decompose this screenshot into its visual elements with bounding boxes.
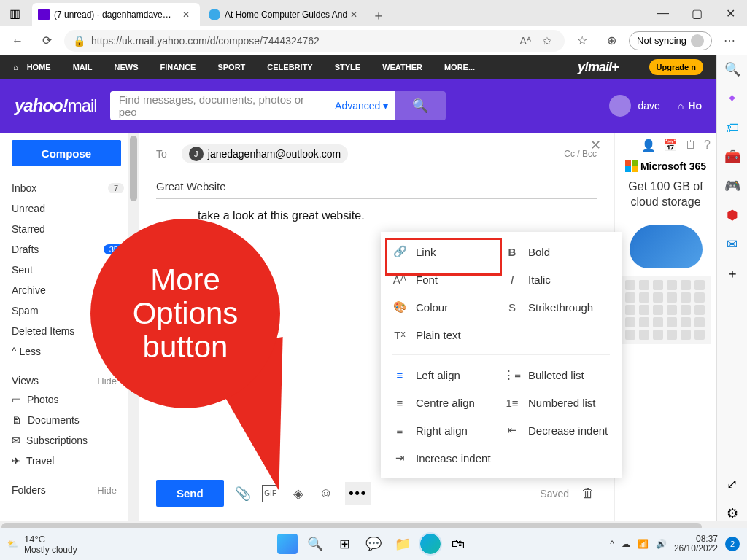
nav-celebrity[interactable]: CELEBRITY (267, 63, 312, 71)
attach-icon[interactable]: 📎 (234, 485, 252, 502)
taskbar-search-icon[interactable]: 🔍 (303, 532, 327, 556)
menu-italic[interactable]: IItalic (505, 270, 610, 289)
outlook-icon[interactable]: ✉ (724, 236, 740, 252)
discover-icon[interactable]: ✦ (724, 90, 740, 106)
contacts-icon[interactable]: 👤 (641, 139, 656, 152)
menu-right-align[interactable]: ≡Right align (392, 421, 498, 440)
close-tab-icon[interactable]: ✕ (350, 9, 362, 20)
subject-field[interactable]: Great Website (156, 174, 597, 199)
view-photos[interactable]: ▭Photos (12, 389, 139, 410)
explorer-icon[interactable]: 📁 (391, 532, 414, 556)
message-body[interactable]: We've gtake a look at this great website… (156, 209, 597, 222)
collections-icon[interactable]: ⊕ (600, 29, 623, 52)
gear-icon[interactable]: ⚙ (724, 505, 740, 521)
new-tab-button[interactable]: ＋ (368, 4, 390, 26)
favorites-icon[interactable]: ☆ (570, 29, 594, 52)
edge-icon[interactable] (420, 534, 441, 554)
favorite-icon[interactable]: ✩ (538, 35, 556, 47)
view-documents[interactable]: 🗎Documents (12, 410, 139, 430)
yahoo-mail-logo[interactable]: yahoo!mail (15, 96, 97, 116)
close-tab-icon[interactable]: ✕ (182, 9, 194, 20)
browser-tab[interactable]: At Home Computer Guides And ✕ (203, 3, 368, 26)
menu-numbered[interactable]: 1≡Numbered list (505, 393, 610, 412)
start-button[interactable] (277, 534, 298, 554)
search-input[interactable]: Find messages, documents, photos or peo (110, 91, 329, 120)
close-window-button[interactable]: ✕ (713, 0, 747, 26)
to-field[interactable]: To J janedagenham@outlook.com Cc / Bcc (156, 140, 597, 168)
menu-decrease-indent[interactable]: ⇤Decrease indent (505, 421, 610, 440)
notes-icon[interactable]: 🗒 (685, 139, 697, 152)
sync-status[interactable]: Not syncing (629, 31, 712, 50)
hide-link[interactable]: Hide (97, 485, 117, 496)
search-sidebar-icon[interactable]: 🔍 (724, 61, 740, 77)
menu-centre-align[interactable]: ≡Centre align (392, 393, 498, 412)
delete-icon[interactable]: 🗑 (579, 485, 597, 502)
address-bar[interactable]: 🔒 https://uk.mail.yahoo.com/d/compose/74… (64, 30, 565, 52)
help-icon[interactable]: ? (704, 139, 711, 152)
close-compose-icon[interactable]: ✕ (590, 137, 601, 153)
folder-starred[interactable]: Starred (12, 219, 139, 239)
minimize-button[interactable]: — (646, 0, 680, 26)
calendar-icon[interactable]: 📅 (663, 139, 678, 152)
refresh-button[interactable]: ⟳ (35, 29, 58, 52)
menu-strike[interactable]: SStrikethrough (505, 298, 610, 316)
store-icon[interactable]: 🛍 (446, 532, 470, 556)
nav-weather[interactable]: WEATHER (382, 63, 422, 71)
onedrive-tray-icon[interactable]: ☁ (622, 539, 630, 549)
upgrade-button[interactable]: Upgrade n (649, 59, 703, 75)
menu-colour[interactable]: 🎨Colour (392, 298, 498, 316)
tray-chevron-icon[interactable]: ^ (610, 539, 614, 549)
back-button[interactable]: ← (6, 29, 29, 52)
more-menu-icon[interactable]: ⋯ (718, 29, 741, 52)
browser-tab-active[interactable]: (7 unread) - dagenhamdave@ya ✕ (32, 3, 200, 26)
expand-icon[interactable]: ⤢ (724, 476, 740, 492)
reader-icon[interactable]: Aᴬ (516, 35, 534, 47)
stationery-icon[interactable]: ◈ (290, 485, 307, 502)
view-travel[interactable]: ✈Travel (12, 451, 139, 471)
add-icon[interactable]: ＋ (724, 265, 740, 281)
menu-link[interactable]: 🔗Link (392, 242, 498, 261)
more-options-button[interactable]: ••• (345, 482, 371, 505)
nav-style[interactable]: STYLE (335, 63, 360, 71)
menu-left-align[interactable]: ≡Left align (392, 365, 498, 384)
chat-icon[interactable]: 💬 (362, 532, 385, 556)
nav-mail[interactable]: MAIL (73, 63, 93, 71)
hide-link[interactable]: Hide (97, 376, 117, 386)
avatar[interactable] (609, 95, 631, 117)
office-icon[interactable]: ⬢ (724, 207, 740, 223)
menu-font[interactable]: AAFont (392, 270, 498, 289)
nav-sport[interactable]: SPORT (217, 63, 245, 71)
nav-news[interactable]: NEWS (115, 63, 139, 71)
scrollbar-thumb[interactable] (130, 136, 137, 201)
recipient-chip[interactable]: J janedagenham@outlook.com (182, 144, 348, 163)
notification-badge[interactable]: 2 (725, 537, 740, 551)
menu-plain[interactable]: TxPlain text (392, 325, 498, 344)
tab-overview-button[interactable]: ▥ (0, 0, 29, 26)
folder-inbox[interactable]: Inbox7 (12, 178, 139, 198)
games-icon[interactable]: 🎮 (724, 178, 740, 194)
clock[interactable]: 08:37 26/10/2022 (674, 534, 718, 553)
menu-bold[interactable]: BBold (505, 242, 610, 261)
ms365-ad[interactable]: Microsoft 365 Get 100 GB of cloud storag… (621, 160, 711, 344)
folder-unread[interactable]: Unread (12, 198, 139, 219)
taskview-icon[interactable]: ⊞ (333, 532, 356, 556)
tools-icon[interactable]: 🧰 (724, 149, 740, 165)
menu-increase-indent[interactable]: ⇥Increase indent (392, 448, 498, 467)
home-icon[interactable]: ⌂ (13, 63, 18, 71)
emoji-icon[interactable]: ☺ (317, 485, 335, 502)
volume-icon[interactable]: 🔊 (656, 539, 667, 549)
wifi-icon[interactable]: 📶 (638, 539, 649, 549)
shopping-icon[interactable]: 🏷 (724, 120, 740, 136)
advanced-search-button[interactable]: Advanced ▾ (329, 91, 395, 120)
nav-home[interactable]: HOME (27, 63, 51, 71)
menu-bulleted[interactable]: ⋮≡Bulleted list (505, 365, 610, 384)
weather-widget[interactable]: ⛅ 14°C Mostly cloudy (7, 534, 77, 555)
search-button[interactable]: 🔍 (395, 91, 446, 120)
nav-finance[interactable]: FINANCE (160, 63, 196, 71)
nav-more[interactable]: MORE... (444, 63, 475, 71)
compose-button[interactable]: Compose (12, 140, 121, 166)
send-button[interactable]: Send (156, 480, 224, 507)
view-subscriptions[interactable]: ✉Subscriptions (12, 430, 139, 451)
home-button[interactable]: ⌂ Ho (678, 100, 702, 112)
maximize-button[interactable]: ▢ (680, 0, 713, 26)
